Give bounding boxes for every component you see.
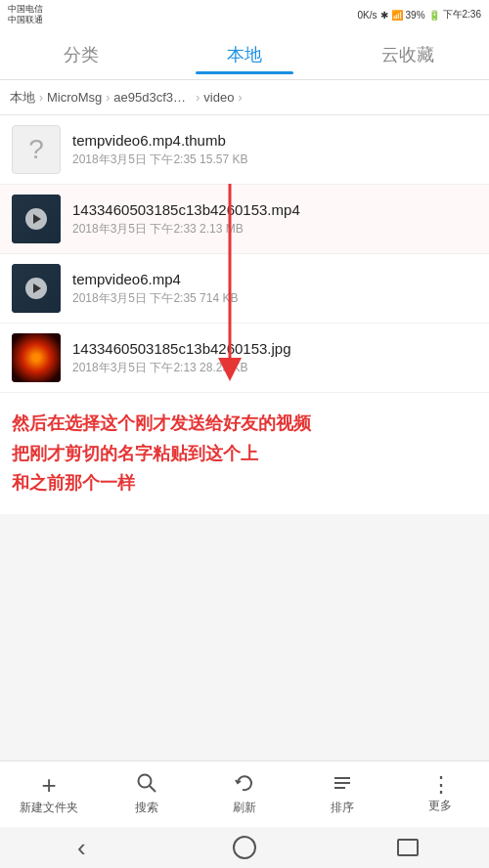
file-thumb-2 <box>12 195 61 243</box>
file-thumb-4 <box>12 333 61 382</box>
file-meta-1: 2018年3月5日 下午2:35 15.57 KB <box>72 152 477 168</box>
nav-home-button[interactable] <box>225 833 264 862</box>
file-meta-4: 2018年3月5日 下午2:13 28.23 KB <box>72 360 477 376</box>
breadcrumb: 本地 › MicroMsg › ae95d3cf3a5e161d... › vi… <box>0 80 489 115</box>
file-thumb-3 <box>12 264 61 313</box>
new-folder-label: 新建文件夹 <box>20 800 78 816</box>
new-folder-icon: + <box>41 772 56 798</box>
sort-label: 排序 <box>331 800 354 816</box>
carrier-info: 中国电信 中国联通 <box>8 4 43 25</box>
toolbar-refresh[interactable]: 刷新 <box>196 772 293 816</box>
refresh-label: 刷新 <box>233 800 256 816</box>
file-name-4: 1433460503185c13b4260153.jpg <box>72 339 477 359</box>
toolbar-more[interactable]: ⋮ 更多 <box>391 774 489 814</box>
file-thumb-1: ? <box>12 125 61 174</box>
annotation-area: 然后在选择这个刚才发送给好友的视频把刚才剪切的名字粘贴到这个上和之前那个一样 <box>0 393 489 514</box>
tab-local[interactable]: 本地 <box>163 35 327 74</box>
play-icon-3 <box>25 278 47 299</box>
file-list: ? tempvideo6.mp4.thumb 2018年3月5日 下午2:35 … <box>0 115 489 393</box>
file-meta-2: 2018年3月5日 下午2:33 2.13 MB <box>72 221 477 238</box>
file-item-2[interactable]: 1433460503185c13b4260153.mp4 2018年3月5日 下… <box>0 185 489 254</box>
breadcrumb-local[interactable]: 本地 <box>10 89 35 107</box>
tab-classify[interactable]: 分类 <box>0 35 163 74</box>
svg-point-2 <box>139 775 152 788</box>
file-name-1: tempvideo6.mp4.thumb <box>72 131 477 151</box>
tab-bar: 分类 本地 云收藏 <box>0 29 489 80</box>
file-item-3[interactable]: tempvideo6.mp4 2018年3月5日 下午2:35 714 KB <box>0 254 489 324</box>
breadcrumb-sep-2: › <box>106 91 110 105</box>
breadcrumb-video[interactable]: video <box>203 90 234 105</box>
breadcrumb-micromsg[interactable]: MicroMsg <box>47 90 102 105</box>
battery-percent: 39% <box>406 10 425 21</box>
file-meta-3: 2018年3月5日 下午2:35 714 KB <box>72 290 477 307</box>
status-right: 0K/s ✱ 📶 39% 🔋 下午2:36 <box>358 8 482 22</box>
nav-recent-button[interactable] <box>388 833 427 862</box>
more-icon: ⋮ <box>430 774 451 796</box>
carrier2: 中国联通 <box>8 15 43 25</box>
file-info-4: 1433460503185c13b4260153.jpg 2018年3月5日 下… <box>72 339 477 377</box>
svg-line-3 <box>150 786 156 792</box>
search-icon <box>136 772 157 798</box>
search-label: 搜索 <box>135 800 158 816</box>
refresh-icon <box>234 772 255 798</box>
wifi-icon: 📶 <box>391 10 403 21</box>
status-bar: 中国电信 中国联通 0K/s ✱ 📶 39% 🔋 下午2:36 <box>0 0 489 29</box>
file-item-4[interactable]: 1433460503185c13b4260153.jpg 2018年3月5日 下… <box>0 324 489 393</box>
annotation-text: 然后在选择这个刚才发送给好友的视频把刚才剪切的名字粘贴到这个上和之前那个一样 <box>12 409 477 499</box>
file-info-1: tempvideo6.mp4.thumb 2018年3月5日 下午2:35 15… <box>72 131 477 169</box>
home-bar <box>0 827 489 868</box>
bottom-toolbar: + 新建文件夹 搜索 刷新 排序 ⋮ <box>0 760 489 827</box>
file-name-2: 1433460503185c13b4260153.mp4 <box>72 200 477 220</box>
file-info-2: 1433460503185c13b4260153.mp4 2018年3月5日 下… <box>72 200 477 239</box>
file-item-1[interactable]: ? tempvideo6.mp4.thumb 2018年3月5日 下午2:35 … <box>0 115 489 185</box>
breadcrumb-sep-4: › <box>238 91 242 105</box>
toolbar-sort[interactable]: 排序 <box>293 772 391 816</box>
time-display: 下午2:36 <box>443 8 481 22</box>
battery-icon: 🔋 <box>428 10 440 21</box>
more-label: 更多 <box>428 798 452 814</box>
breadcrumb-sep-3: › <box>196 91 200 105</box>
sort-icon <box>332 772 353 798</box>
speed-indicator: 0K/s <box>358 10 378 21</box>
tab-cloud[interactable]: 云收藏 <box>326 35 489 74</box>
toolbar-search[interactable]: 搜索 <box>98 772 196 816</box>
file-name-3: tempvideo6.mp4 <box>72 270 477 289</box>
play-icon-2 <box>25 208 47 230</box>
file-info-3: tempvideo6.mp4 2018年3月5日 下午2:35 714 KB <box>72 270 477 308</box>
bluetooth-icon: ✱ <box>380 10 388 21</box>
toolbar-new-folder[interactable]: + 新建文件夹 <box>0 772 98 816</box>
breadcrumb-hash[interactable]: ae95d3cf3a5e161d... <box>113 90 192 105</box>
nav-back-button[interactable] <box>62 833 101 862</box>
carrier1: 中国电信 <box>8 4 43 15</box>
breadcrumb-sep-1: › <box>39 91 43 105</box>
